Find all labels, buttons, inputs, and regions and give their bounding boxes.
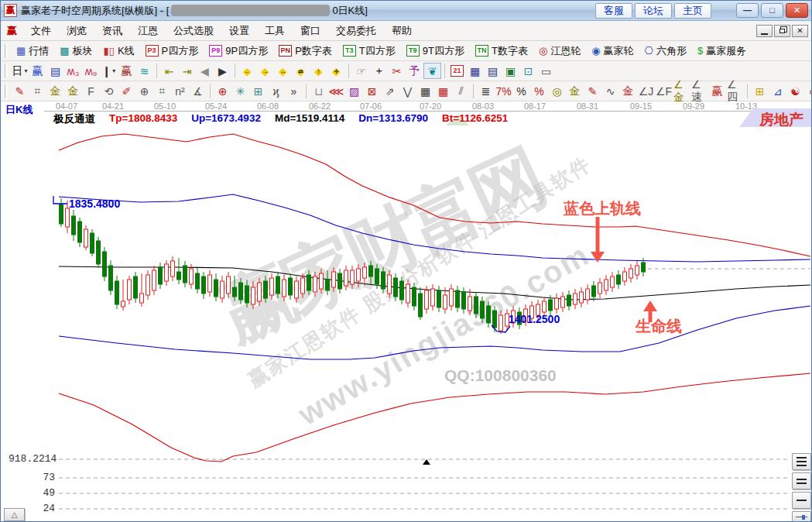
gann-box-tool-button[interactable]: 予 [406, 63, 423, 79]
quotes-button[interactable]: ▦行情 [11, 43, 54, 60]
menu-item-5[interactable]: 设置 [221, 22, 257, 40]
menu-item-3[interactable]: 江恩 [130, 22, 166, 40]
zoom-all-button[interactable]: ◆✛ [327, 63, 345, 79]
wave-band-tool[interactable]: ∿ [601, 83, 619, 99]
export-button[interactable]: ⊡ [519, 63, 537, 79]
pane-three-lines-button[interactable] [792, 453, 811, 470]
j-angle-tool[interactable]: ∠J [637, 83, 655, 99]
pane-expand-button[interactable]: △ [4, 508, 25, 521]
homepage-button[interactable]: 主页 [674, 3, 711, 19]
period-dropdown[interactable]: 日▾ [11, 63, 29, 79]
more-tools-button[interactable]: » [285, 83, 303, 99]
yinyang-tool[interactable]: ☯ [786, 83, 804, 99]
save-button[interactable]: ▣ [502, 63, 519, 79]
calculator-button[interactable]: ▦ [466, 63, 484, 79]
box-measure-tool[interactable]: ⊔ [310, 83, 327, 99]
grid-yellow-tool[interactable]: ⊞ [751, 83, 769, 99]
p-square-button[interactable]: P3P四方形 [140, 43, 204, 60]
wave-9-icon[interactable]: ʍ₉ [82, 63, 100, 79]
winner-service-button[interactable]: $赢家服务 [692, 43, 752, 60]
winner-red-icon[interactable]: 赢 [118, 63, 135, 79]
calendar-button[interactable]: 21 [448, 63, 466, 79]
pan-left-button[interactable]: ◆← [238, 63, 256, 79]
close-button[interactable]: ✕ [786, 3, 808, 18]
volume-bars-tool[interactable]: ≣ [477, 83, 495, 99]
dense-grid-red-tool[interactable]: ▦ [434, 83, 452, 99]
erase-line-button[interactable]: ✂ [388, 63, 406, 79]
gold-red-tool[interactable]: 金 [619, 83, 637, 99]
gann-fan-box-tool[interactable]: ▨ [345, 83, 363, 99]
print-button[interactable]: ▭ [537, 63, 555, 79]
nav-first-button[interactable]: ⇤ [160, 63, 178, 79]
pane-one-line-button[interactable] [792, 492, 811, 509]
chart-area[interactable]: 赢家财富网 赢家江恩软件 股票分析软件 江恩工具软件 www.yingjia36… [1, 101, 812, 522]
pane-two-lines-button[interactable] [792, 472, 811, 489]
pane-slider-button[interactable] [792, 511, 811, 522]
gold-ratio-tool-1[interactable]: 金 [46, 83, 64, 99]
t-square-button[interactable]: T3T四方形 [337, 43, 401, 60]
sectors-button[interactable]: ▩板块 [54, 43, 98, 60]
zoom-out-h-button[interactable]: ◆↔ [274, 63, 292, 79]
wave-3-icon[interactable]: ʍ₃ [64, 63, 82, 79]
smart-analysis-button[interactable]: ❦ [423, 63, 441, 79]
toolbar-grip[interactable] [5, 64, 7, 78]
hexagon-button[interactable]: ⎔六角形 [639, 43, 692, 60]
child-minimize-button[interactable] [756, 25, 773, 37]
gold-lines-tool[interactable]: 金 [566, 83, 584, 99]
candle-style-dropdown[interactable]: ❙▾ [100, 63, 118, 79]
winner-angle-tool[interactable]: 赢 [708, 83, 726, 99]
measure-brush-tool[interactable]: ✐ [118, 83, 135, 99]
menu-item-4[interactable]: 公式选股 [166, 22, 221, 40]
maximize-button[interactable]: □ [761, 3, 783, 18]
circle-grid-tool[interactable]: ⊕ [135, 83, 153, 99]
fibonacci-grid-tool[interactable]: F [82, 83, 100, 99]
gann-fan-red-tool[interactable]: ⋘ [327, 83, 345, 99]
menu-item-8[interactable]: 交易委托 [328, 22, 384, 40]
customer-service-button[interactable]: 客服 [595, 3, 632, 19]
menu-item-9[interactable]: 帮助 [384, 22, 420, 40]
crosshair-tool-button[interactable]: ＋ [370, 63, 388, 79]
volume-histogram-icon[interactable]: ≋ [135, 63, 153, 79]
minimize-button[interactable]: — [736, 3, 759, 18]
menu-item-6[interactable]: 工具 [257, 22, 293, 40]
zoom-in-h-button[interactable]: ◆⇄ [292, 63, 310, 79]
percent-7-tool[interactable]: 7% [495, 83, 512, 99]
winner-wheel-button[interactable]: ◉赢家轮 [586, 43, 639, 60]
nav-next-button[interactable]: ▶ [214, 63, 231, 79]
p-number-table-button[interactable]: PNP数字表 [273, 43, 337, 60]
time-ruler-tool[interactable]: ⌗ [153, 83, 171, 99]
toolbar-grip[interactable] [5, 84, 7, 98]
parallel-lines-tool[interactable]: ⫽ [452, 83, 470, 99]
four-angle-tool[interactable]: ∠四 [726, 83, 744, 99]
gold-circle-tool[interactable]: ◎ [548, 83, 566, 99]
dense-grid-tool[interactable]: ▦ [416, 83, 434, 99]
child-close-button[interactable]: ✕ [792, 25, 808, 37]
hand-tool-button[interactable]: ☞ [352, 63, 370, 79]
p9-square-button[interactable]: P99P四方形 [204, 43, 273, 60]
memo-button[interactable]: ▤ [484, 63, 502, 79]
n-square-tool[interactable]: n² [171, 83, 189, 99]
star-grid-tool[interactable]: ✳ [231, 83, 249, 99]
t-number-table-button[interactable]: TNT数字表 [470, 43, 533, 60]
nav-prev-button[interactable]: ◀ [196, 63, 214, 79]
k-quote-tool[interactable]: ϗ [267, 83, 285, 99]
nav-last-button[interactable]: ⇥ [178, 63, 196, 79]
gold-angle-tool[interactable]: ∠金 [673, 83, 690, 99]
flag-brush-tool[interactable]: ✎ [584, 83, 601, 99]
kline-button[interactable]: ▮▯K线 [98, 43, 140, 60]
angle-ruler-tool[interactable]: ∡ [189, 83, 207, 99]
toolbar-grip[interactable] [5, 44, 7, 58]
gold-ratio-tool-2[interactable]: 金 [64, 83, 82, 99]
t9-square-button[interactable]: T99T四方形 [401, 43, 470, 60]
cross-box-tool[interactable]: ⊠ [363, 83, 381, 99]
child-restore-button[interactable] [774, 25, 790, 37]
menu-item-0[interactable]: 文件 [23, 22, 59, 40]
percent-tool[interactable]: % [512, 83, 530, 99]
menu-item-2[interactable]: 资讯 [94, 22, 130, 40]
grid-lines-tool[interactable]: ⌗ [29, 83, 46, 99]
square-grid-tool[interactable]: ⊞ [249, 83, 267, 99]
gann-wheel-button[interactable]: ◎江恩轮 [533, 43, 586, 60]
kline-plot[interactable] [1, 101, 812, 522]
winner-window-icon[interactable]: 赢 [29, 63, 46, 79]
f-angle-tool[interactable]: ∠F [655, 83, 673, 99]
